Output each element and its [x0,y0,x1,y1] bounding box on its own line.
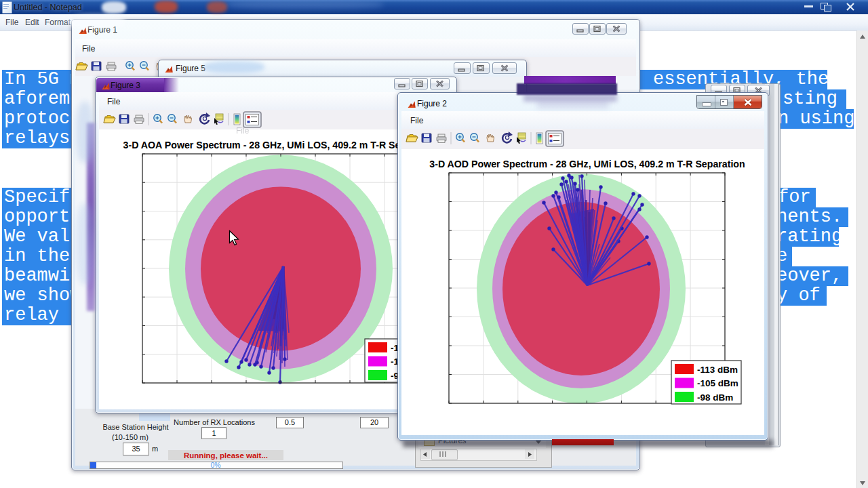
svg-text:3-D AOD Power Spectrum - 28 GH: 3-D AOD Power Spectrum - 28 GHz, UMi LOS… [429,159,745,169]
svg-text:3-D AOA Power Spectrum - 28 GH: 3-D AOA Power Spectrum - 28 GHz, UMi LOS… [123,140,439,150]
svg-text:-105 dBm: -105 dBm [697,378,738,388]
svg-text:-98 dBm: -98 dBm [697,392,733,403]
svg-text:-113 dBm: -113 dBm [697,365,738,375]
